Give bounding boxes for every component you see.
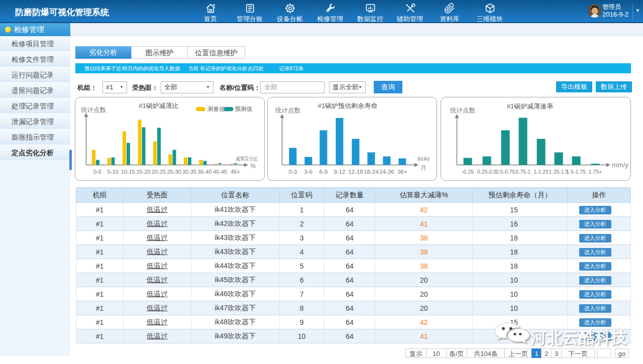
svg-text:剩余寿命: 剩余寿命 (417, 156, 430, 162)
svg-text:36+: 36+ (397, 169, 407, 175)
svg-text:6-9: 6-9 (319, 169, 328, 175)
svg-text:#1锅炉预估剩余寿命: #1锅炉预估剩余寿命 (318, 102, 377, 109)
svg-text:0-5: 0-5 (93, 169, 101, 175)
svg-text:预测值: 预测值 (235, 106, 253, 112)
svg-text:1-1.25: 1-1.25 (533, 169, 549, 175)
svg-text:mm/y: mm/y (612, 161, 628, 169)
svg-text:35-40: 35-40 (197, 169, 211, 175)
svg-text:20-25: 20-25 (152, 169, 166, 175)
svg-text:15-20: 15-20 (136, 169, 150, 175)
svg-text:30-35: 30-35 (182, 169, 196, 175)
svg-text:1.75+: 1.75+ (589, 169, 602, 175)
svg-text:3-6: 3-6 (304, 169, 313, 175)
svg-text:0.5-0.75: 0.5-0.75 (496, 169, 515, 175)
svg-text:-0.25: -0.25 (462, 169, 474, 175)
svg-text:%: % (250, 163, 256, 170)
svg-text:0.75-1: 0.75-1 (515, 169, 530, 175)
svg-text:40-45: 40-45 (213, 169, 227, 175)
svg-text:1.25-1.5: 1.25-1.5 (549, 169, 569, 175)
svg-text:10-15: 10-15 (121, 169, 135, 175)
svg-text:45+: 45+ (231, 169, 240, 175)
svg-text:月: 月 (420, 164, 426, 171)
svg-text:统计点数: 统计点数 (275, 107, 301, 114)
svg-text:#1锅炉减薄比: #1锅炉减薄比 (139, 102, 178, 109)
svg-text:5-10: 5-10 (107, 169, 118, 175)
svg-text:减薄百分比: 减薄百分比 (236, 156, 258, 162)
svg-text:9-12: 9-12 (334, 169, 345, 175)
svg-text:12-18: 12-18 (348, 169, 363, 175)
svg-text:#1锅炉减薄速率: #1锅炉减薄速率 (507, 102, 553, 110)
svg-text:测量值: 测量值 (207, 106, 225, 112)
svg-text:统计点数: 统计点数 (81, 106, 106, 113)
svg-text:统计点数: 统计点数 (450, 107, 476, 114)
svg-text:1.5-1.75: 1.5-1.75 (566, 169, 586, 175)
svg-text:24-36: 24-36 (379, 169, 394, 175)
svg-text:25-30: 25-30 (167, 169, 181, 175)
svg-text:0.25-0.5: 0.25-0.5 (477, 169, 497, 175)
svg-text:18-24: 18-24 (364, 169, 379, 175)
svg-text:0-3: 0-3 (289, 169, 297, 175)
